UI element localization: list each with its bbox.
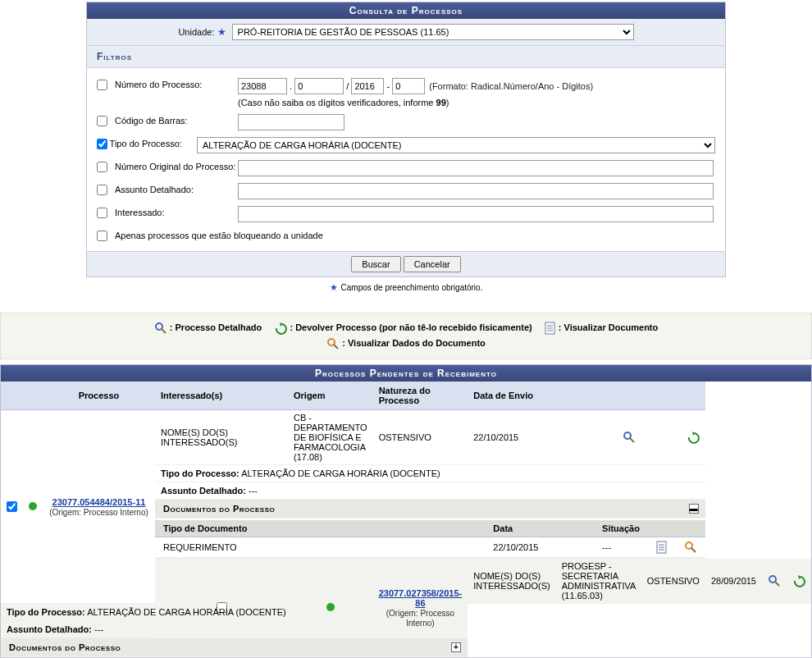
codigo-input[interactable] [238, 114, 344, 130]
codigo-checkbox[interactable] [97, 116, 107, 126]
unidade-label: Unidade: [178, 27, 214, 37]
assunto-checkbox[interactable] [97, 185, 107, 195]
return-arrow-icon [274, 322, 287, 335]
col-natureza: Natureza do Processo [373, 382, 468, 410]
docs-col-data: Data [485, 520, 594, 537]
cell-tipo-processo: ALTERAÇÃO DE CARGA HORÁRIA (DOCENTE) [87, 607, 285, 617]
docs-header: Documentos do Processo▬ [155, 500, 705, 518]
cell-natureza: OSTENSIVO [641, 559, 705, 604]
formato-hint: (Formato: Radical.Número/Ano - Dígitos) [429, 81, 593, 91]
cell-origem: CB - DEPARTAMENTO DE BIOFÍSICA E FARMACO… [288, 410, 373, 465]
cell-origem: PROGESP - SECRETARIA ADMINISTRATIVA (11.… [556, 559, 641, 604]
tipo-select[interactable]: ALTERAÇÃO DE CARGA HORÁRIA (DOCENTE) [197, 137, 715, 153]
assunto-label: Assunto Detalhado: [115, 183, 238, 194]
interessado-label: Interessado: [115, 206, 238, 217]
required-star-icon [217, 27, 230, 37]
cell-interessado: NOME(S) DO(S) INTERESSADO(S) [468, 559, 556, 604]
numero-input[interactable] [294, 78, 344, 94]
mandatory-note: Campos de preenchimento obrigatório. [0, 279, 812, 296]
filtros-header: Filtros [87, 46, 725, 68]
cell-envio: 22/10/2015 [468, 410, 556, 465]
numero-original-row: Número Original do Processo: [97, 157, 715, 180]
legend-box: : Processo Detalhado : Devolver Processo… [0, 313, 812, 360]
docs-col-tipo: Tipo de Documento [155, 520, 485, 537]
tipo-label: Tipo do Processo: [110, 137, 197, 149]
ano-input[interactable] [351, 78, 384, 94]
svg-point-16 [769, 576, 776, 583]
consulta-title: Consulta de Processos [87, 2, 725, 19]
processos-table: Processo Interessado(s) Origem Natureza … [1, 382, 811, 657]
numero-processo-row: Número do Processo: . / - (Formato: Radi… [97, 75, 715, 111]
col-processo: Processo [43, 382, 155, 410]
digitos-hint-b: 99 [436, 98, 446, 107]
unidade-row: Unidade: PRÓ-REITORIA DE GESTÃO DE PESSO… [87, 19, 725, 46]
col-check [1, 382, 23, 410]
cell-natureza: OSTENSIVO [373, 410, 468, 465]
docs-header: Documentos do Processo+ [1, 638, 468, 656]
devolver-button[interactable] [792, 575, 805, 585]
docs-col-situacao: Situação [594, 520, 648, 537]
visualizar-dados-button[interactable] [684, 541, 697, 551]
unidade-select[interactable]: PRÓ-REITORIA DE GESTÃO DE PESSOAS (11.65… [232, 24, 634, 40]
doc-tipo: REQUERIMENTO [155, 537, 485, 558]
status-dot-icon [29, 502, 37, 510]
assunto-input[interactable] [238, 183, 714, 199]
codigo-barras-row: Código de Barras: [97, 111, 715, 134]
detalhar-button[interactable] [623, 432, 636, 441]
svg-line-15 [691, 548, 696, 552]
radical-input[interactable] [238, 78, 287, 94]
visualizar-doc-button[interactable] [656, 541, 668, 551]
cell-interessado: NOME(S) DO(S) INTERESSADO(S) [155, 410, 288, 465]
interessado-input[interactable] [238, 206, 714, 222]
row-checkbox[interactable] [7, 501, 17, 512]
numero-label: Número do Processo: [115, 78, 238, 89]
cell-tipo-processo: ALTERAÇÃO DE CARGA HORÁRIA (DOCENTE) [241, 468, 440, 478]
magnifier-icon [154, 322, 167, 335]
svg-point-8 [624, 432, 631, 439]
num-original-input[interactable] [238, 160, 714, 176]
col-interessados: Interessado(s) [155, 382, 288, 410]
digitos-input[interactable] [392, 78, 425, 94]
tipo-processo-row: Tipo do Processo: ALTERAÇÃO DE CARGA HOR… [97, 134, 715, 157]
devolver-button[interactable] [687, 432, 700, 441]
processos-panel: Processos Pendentes de Recebimento Proce… [0, 364, 812, 658]
col-origem: Origem [288, 382, 373, 410]
detalhar-button[interactable] [768, 575, 781, 585]
svg-point-0 [156, 323, 162, 330]
numero-checkbox[interactable] [97, 80, 107, 90]
col-envio: Data de Envio [468, 382, 556, 410]
processos-title: Processos Pendentes de Recebimento [1, 365, 811, 382]
bloq-checkbox[interactable] [97, 231, 107, 241]
tipo-checkbox[interactable] [97, 139, 107, 149]
interessado-checkbox[interactable] [97, 208, 107, 218]
toggle-docs-button[interactable]: ▬ [689, 504, 699, 514]
cell-envio: 28/09/2015 [705, 559, 762, 604]
bloq-label: Apenas processos que estão bloqueando a … [115, 229, 323, 240]
num-original-checkbox[interactable] [97, 162, 107, 172]
magnifier-orange-icon [326, 337, 340, 350]
processo-link[interactable]: 23077.054484/2015-11 [52, 497, 146, 507]
doc-data: 22/10/2015 [485, 537, 594, 558]
svg-line-7 [334, 345, 338, 349]
processo-origin: (Origem: Processo Interno) [49, 508, 148, 517]
svg-line-17 [775, 582, 779, 586]
document-icon [545, 322, 556, 335]
consulta-panel: Consulta de Processos Unidade: PRÓ-REITO… [86, 2, 726, 277]
buscar-button[interactable]: Buscar [351, 256, 400, 272]
legend-detalhado: : Processo Detalhado [170, 322, 262, 332]
cancelar-button[interactable]: Cancelar [404, 256, 461, 272]
digitos-hint-a: (Caso não saiba os dígitos verificadores… [238, 98, 436, 107]
col-status [23, 382, 43, 410]
codigo-label: Código de Barras: [115, 114, 238, 126]
filtros-action-bar: Buscar Cancelar [87, 251, 725, 276]
interessado-row: Interessado: [97, 203, 715, 226]
status-dot-icon [326, 603, 335, 611]
legend-visualizar-doc: : Visualizar Documento [559, 322, 658, 332]
cell-assunto: --- [249, 486, 258, 496]
toggle-docs-button[interactable]: + [451, 642, 461, 652]
cell-assunto: --- [94, 624, 103, 634]
svg-line-9 [630, 438, 634, 442]
assunto-row: Assunto Detalhado: [97, 180, 715, 203]
doc-situacao: --- [594, 537, 648, 558]
svg-line-1 [162, 329, 166, 333]
